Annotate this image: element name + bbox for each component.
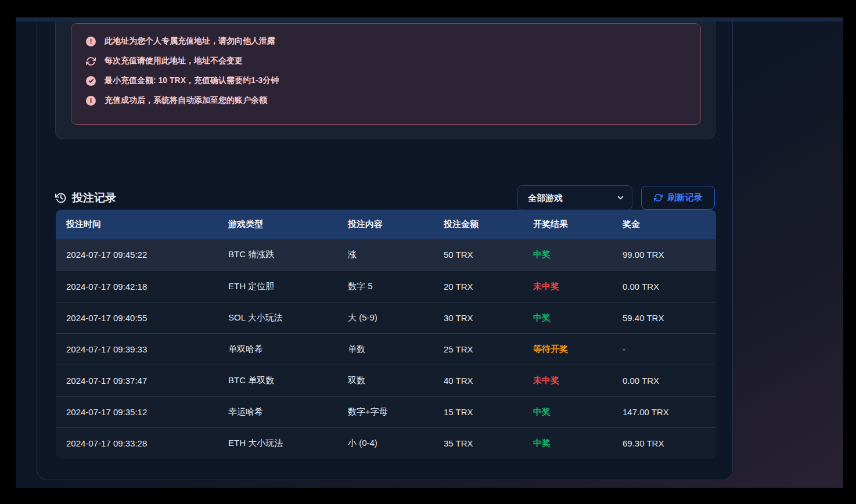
check-circle-icon [86, 76, 96, 86]
table-row: 2024-07-17 09:40:55 SOL 大小玩法 大 (5-9) 30 … [56, 302, 716, 333]
cell-bet-amount: 15 TRX [433, 396, 523, 427]
cell-bet-amount: 30 TRX [433, 302, 523, 333]
records-header-bar: 投注记录 全部游戏 [55, 185, 715, 210]
column-header: 投注时间 [56, 210, 218, 239]
table-row: 2024-07-17 09:42:18 ETH 定位胆 数字 5 20 TRX … [56, 271, 716, 302]
cell-prize: 69.30 TRX [612, 427, 716, 459]
records-title: 投注记录 [55, 190, 116, 206]
game-filter-wrap: 全部游戏 [517, 185, 632, 210]
cell-result-status: 未中奖 [523, 271, 612, 302]
refresh-records-button[interactable]: 刷新记录 [641, 186, 715, 210]
cell-game-type: ETH 定位胆 [218, 271, 337, 302]
cell-bet-time: 2024-07-17 09:37:47 [56, 365, 218, 396]
column-header: 奖金 [612, 210, 716, 239]
notice-text: 每次充值请使用此地址，地址不会变更 [105, 56, 243, 66]
cell-bet-content: 大 (5-9) [337, 302, 433, 333]
column-header: 投注内容 [337, 210, 433, 239]
records-title-text: 投注记录 [72, 190, 116, 206]
cell-bet-content: 双数 [337, 365, 433, 396]
column-header: 投注金额 [433, 210, 523, 239]
info-circle-icon: i [86, 96, 96, 106]
cell-prize: 147.00 TRX [612, 396, 716, 427]
cell-game-type: 幸运哈希 [218, 396, 337, 427]
notice-text: 此地址为您个人专属充值地址，请勿向他人泄露 [105, 36, 275, 46]
table-row: 2024-07-17 09:39:33 单双哈希 单数 25 TRX 等待开奖 … [56, 333, 716, 365]
page-viewport: ! i 此地址为您个人专属充值地址，请勿向他人泄露 [16, 17, 843, 488]
game-filter-select[interactable]: 全部游戏 [517, 185, 632, 210]
cell-prize: 0.00 TRX [612, 365, 716, 396]
top-nav-strip [16, 17, 843, 21]
refresh-button-label: 刷新记录 [668, 192, 703, 203]
notice-text: 充值成功后，系统将自动添加至您的账户余额 [105, 95, 267, 106]
notice-item: ! i 此地址为您个人专属充值地址，请勿向他人泄露 [86, 31, 700, 51]
cell-prize: 0.00 TRX [612, 271, 716, 302]
cell-bet-time: 2024-07-17 09:33:28 [56, 427, 218, 459]
table-row: 2024-07-17 09:35:12 幸运哈希 数字+字母 15 TRX 中奖… [56, 396, 716, 427]
notice-item: ! i 每次充值请使用此地址，地址不会变更 [86, 51, 700, 71]
cell-bet-content: 小 (0-4) [337, 427, 433, 459]
notice-item: ! i 最小充值金额: 10 TRX，充值确认需要约1- [86, 71, 700, 91]
table-row: 2024-07-17 09:37:47 BTC 单双数 双数 40 TRX 未中… [56, 365, 716, 396]
cell-bet-time: 2024-07-17 09:45:22 [56, 239, 218, 271]
cell-game-type: SOL 大小玩法 [218, 302, 337, 333]
notice-text: 最小充值金额: 10 TRX，充值确认需要约1-3分钟 [105, 75, 279, 86]
history-icon [55, 192, 67, 204]
cell-result-status: 中奖 [523, 427, 612, 459]
cell-bet-amount: 35 TRX [433, 427, 523, 459]
cell-bet-time: 2024-07-17 09:39:33 [56, 333, 218, 365]
column-header: 游戏类型 [218, 210, 337, 239]
table-row: 2024-07-17 09:33:28 ETH 大小玩法 小 (0-4) 35 … [56, 427, 716, 459]
deposit-notice-panel: ! i 此地址为您个人专属充值地址，请勿向他人泄露 [71, 23, 701, 125]
cell-bet-content: 数字+字母 [337, 396, 433, 427]
cell-bet-time: 2024-07-17 09:35:12 [56, 396, 218, 427]
cell-bet-time: 2024-07-17 09:40:55 [56, 302, 218, 333]
main-content-card: ! i 此地址为您个人专属充值地址，请勿向他人泄露 [37, 21, 733, 480]
cell-result-status: 中奖 [523, 396, 612, 427]
exclamation-circle-icon: ! [86, 37, 96, 46]
cell-result-status: 未中奖 [523, 365, 612, 396]
cell-prize: 99.00 TRX [612, 239, 716, 271]
cell-bet-content: 数字 5 [337, 271, 433, 302]
cell-game-type: BTC 单双数 [218, 365, 337, 396]
cell-bet-content: 单数 [337, 333, 433, 365]
cell-result-status: 中奖 [523, 302, 612, 333]
cell-bet-amount: 20 TRX [433, 271, 523, 302]
deposit-section-card: ! i 此地址为您个人专属充值地址，请勿向他人泄露 [55, 21, 715, 139]
records-controls: 全部游戏 刷新记录 [517, 185, 715, 210]
cell-bet-amount: 40 TRX [433, 365, 523, 396]
table-header-row: 投注时间 游戏类型 投注内容 投注金额 开奖结果 奖金 [56, 210, 716, 239]
refresh-icon [86, 56, 96, 66]
cell-game-type: 单双哈希 [218, 333, 337, 365]
cell-game-type: ETH 大小玩法 [218, 427, 337, 459]
column-header: 开奖结果 [523, 210, 612, 239]
cell-bet-amount: 50 TRX [433, 239, 523, 271]
bet-records-table: 投注时间 游戏类型 投注内容 投注金额 开奖结果 奖金 [56, 210, 716, 459]
cell-game-type: BTC 猜涨跌 [218, 239, 337, 271]
cell-bet-time: 2024-07-17 09:42:18 [56, 271, 218, 302]
refresh-icon [654, 193, 663, 202]
cell-result-status: 中奖 [523, 239, 612, 271]
cell-bet-content: 涨 [337, 239, 433, 271]
notice-item: ! i 充值成功后，系统将自动添加至您的账户余额 [86, 91, 700, 110]
table-row: 2024-07-17 09:45:22 BTC 猜涨跌 涨 50 TRX 中奖 … [56, 239, 716, 271]
cell-prize: 59.40 TRX [612, 302, 716, 333]
cell-bet-amount: 25 TRX [433, 333, 523, 365]
cell-prize: - [612, 333, 716, 365]
cell-result-status: 等待开奖 [523, 333, 612, 365]
